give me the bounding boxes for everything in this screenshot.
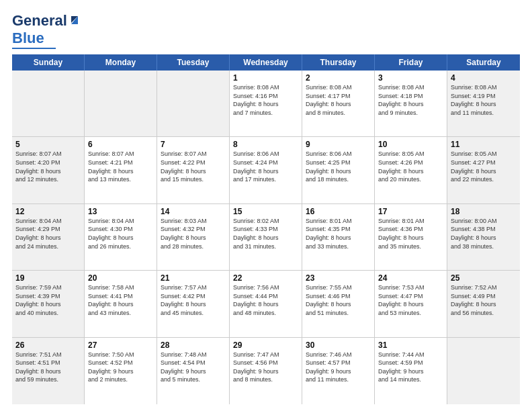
logo-blue: Blue [12, 30, 44, 47]
calendar-empty-cell [85, 71, 157, 136]
calendar-row-2: 5Sunrise: 8:07 AM Sunset: 4:20 PM Daylig… [12, 137, 520, 203]
day-number: 1 [233, 73, 298, 83]
day-info: Sunrise: 7:59 AM Sunset: 4:39 PM Dayligh… [15, 283, 81, 317]
day-number: 14 [161, 207, 226, 216]
day-info: Sunrise: 8:07 AM Sunset: 4:20 PM Dayligh… [15, 150, 81, 183]
day-number: 29 [233, 340, 298, 350]
day-info: Sunrise: 8:08 AM Sunset: 4:17 PM Dayligh… [306, 83, 371, 117]
weekday-header-wednesday: Wednesday [230, 54, 302, 71]
calendar-day-27: 27Sunrise: 7:50 AM Sunset: 4:52 PM Dayli… [85, 338, 157, 404]
day-number: 8 [233, 140, 298, 149]
day-number: 19 [15, 273, 81, 283]
calendar-day-25: 25Sunrise: 7:52 AM Sunset: 4:49 PM Dayli… [447, 271, 520, 336]
day-number: 31 [378, 340, 443, 350]
calendar-day-18: 18Sunrise: 8:00 AM Sunset: 4:38 PM Dayli… [447, 204, 520, 270]
day-number: 2 [306, 73, 371, 83]
calendar-day-16: 16Sunrise: 8:01 AM Sunset: 4:35 PM Dayli… [302, 204, 375, 270]
day-number: 13 [88, 207, 153, 216]
day-info: Sunrise: 8:05 AM Sunset: 4:26 PM Dayligh… [378, 150, 443, 183]
day-info: Sunrise: 8:04 AM Sunset: 4:29 PM Dayligh… [15, 217, 81, 250]
calendar-body: 1Sunrise: 8:08 AM Sunset: 4:16 PM Daylig… [12, 71, 520, 404]
calendar-day-11: 11Sunrise: 8:05 AM Sunset: 4:27 PM Dayli… [447, 137, 520, 203]
calendar-day-26: 26Sunrise: 7:51 AM Sunset: 4:51 PM Dayli… [12, 338, 85, 404]
day-info: Sunrise: 8:08 AM Sunset: 4:19 PM Dayligh… [451, 83, 517, 117]
weekday-header-sunday: Sunday [12, 54, 85, 71]
calendar-day-17: 17Sunrise: 8:01 AM Sunset: 4:36 PM Dayli… [375, 204, 447, 270]
day-info: Sunrise: 8:08 AM Sunset: 4:16 PM Dayligh… [233, 83, 298, 117]
day-number: 30 [306, 340, 371, 350]
day-info: Sunrise: 8:04 AM Sunset: 4:30 PM Dayligh… [88, 217, 153, 250]
calendar-day-7: 7Sunrise: 8:07 AM Sunset: 4:22 PM Daylig… [157, 137, 230, 203]
day-number: 4 [451, 73, 517, 83]
day-number: 15 [233, 207, 298, 216]
day-info: Sunrise: 8:01 AM Sunset: 4:36 PM Dayligh… [378, 217, 443, 250]
day-info: Sunrise: 7:51 AM Sunset: 4:51 PM Dayligh… [15, 351, 81, 384]
day-info: Sunrise: 8:03 AM Sunset: 4:32 PM Dayligh… [161, 217, 226, 250]
calendar-day-24: 24Sunrise: 7:53 AM Sunset: 4:47 PM Dayli… [375, 271, 447, 336]
calendar-day-8: 8Sunrise: 8:06 AM Sunset: 4:24 PM Daylig… [230, 137, 302, 203]
calendar-day-12: 12Sunrise: 8:04 AM Sunset: 4:29 PM Dayli… [12, 204, 85, 270]
calendar-row-4: 19Sunrise: 7:59 AM Sunset: 4:39 PM Dayli… [12, 271, 520, 337]
calendar-day-29: 29Sunrise: 7:47 AM Sunset: 4:56 PM Dayli… [230, 338, 302, 404]
weekday-header-friday: Friday [375, 54, 447, 71]
day-number: 22 [233, 273, 298, 283]
weekday-header-tuesday: Tuesday [157, 54, 230, 71]
calendar-day-22: 22Sunrise: 7:56 AM Sunset: 4:44 PM Dayli… [230, 271, 302, 336]
calendar-row-5: 26Sunrise: 7:51 AM Sunset: 4:51 PM Dayli… [12, 338, 520, 404]
weekday-header-monday: Monday [85, 54, 157, 71]
day-number: 11 [451, 140, 517, 149]
day-info: Sunrise: 8:07 AM Sunset: 4:22 PM Dayligh… [161, 150, 226, 183]
day-info: Sunrise: 8:01 AM Sunset: 4:35 PM Dayligh… [306, 217, 371, 250]
day-number: 20 [88, 273, 153, 283]
day-number: 12 [15, 207, 81, 216]
calendar-day-2: 2Sunrise: 8:08 AM Sunset: 4:17 PM Daylig… [302, 71, 375, 136]
calendar-day-4: 4Sunrise: 8:08 AM Sunset: 4:19 PM Daylig… [447, 71, 520, 136]
day-info: Sunrise: 8:06 AM Sunset: 4:25 PM Dayligh… [306, 150, 371, 183]
calendar-day-21: 21Sunrise: 7:57 AM Sunset: 4:42 PM Dayli… [157, 271, 230, 336]
day-info: Sunrise: 8:08 AM Sunset: 4:18 PM Dayligh… [378, 83, 443, 117]
day-info: Sunrise: 7:48 AM Sunset: 4:54 PM Dayligh… [161, 351, 226, 384]
day-info: Sunrise: 7:44 AM Sunset: 4:59 PM Dayligh… [378, 351, 443, 384]
calendar-header: SundayMondayTuesdayWednesdayThursdayFrid… [12, 54, 520, 71]
day-number: 24 [378, 273, 443, 283]
day-info: Sunrise: 8:06 AM Sunset: 4:24 PM Dayligh… [233, 150, 298, 183]
logo-general: General [12, 12, 67, 30]
calendar-day-9: 9Sunrise: 8:06 AM Sunset: 4:25 PM Daylig… [302, 137, 375, 203]
day-info: Sunrise: 7:58 AM Sunset: 4:41 PM Dayligh… [88, 283, 153, 317]
calendar-day-28: 28Sunrise: 7:48 AM Sunset: 4:54 PM Dayli… [157, 338, 230, 404]
day-info: Sunrise: 8:07 AM Sunset: 4:21 PM Dayligh… [88, 150, 153, 183]
day-info: Sunrise: 7:50 AM Sunset: 4:52 PM Dayligh… [88, 351, 153, 384]
day-info: Sunrise: 7:46 AM Sunset: 4:57 PM Dayligh… [306, 351, 371, 384]
day-number: 17 [378, 207, 443, 216]
day-number: 25 [451, 273, 517, 283]
calendar-day-6: 6Sunrise: 8:07 AM Sunset: 4:21 PM Daylig… [85, 137, 157, 203]
day-number: 16 [306, 207, 371, 216]
calendar-day-1: 1Sunrise: 8:08 AM Sunset: 4:16 PM Daylig… [230, 71, 302, 136]
calendar-day-14: 14Sunrise: 8:03 AM Sunset: 4:32 PM Dayli… [157, 204, 230, 270]
logo-underline [12, 48, 56, 49]
day-info: Sunrise: 8:05 AM Sunset: 4:27 PM Dayligh… [451, 150, 517, 183]
calendar-day-15: 15Sunrise: 8:02 AM Sunset: 4:33 PM Dayli… [230, 204, 302, 270]
calendar-day-13: 13Sunrise: 8:04 AM Sunset: 4:30 PM Dayli… [85, 204, 157, 270]
logo-triangle-icon [69, 13, 81, 26]
calendar-day-20: 20Sunrise: 7:58 AM Sunset: 4:41 PM Dayli… [85, 271, 157, 336]
logo: General Blue [12, 12, 81, 49]
calendar-row-3: 12Sunrise: 8:04 AM Sunset: 4:29 PM Dayli… [12, 204, 520, 271]
day-info: Sunrise: 7:57 AM Sunset: 4:42 PM Dayligh… [161, 283, 226, 317]
day-info: Sunrise: 7:55 AM Sunset: 4:46 PM Dayligh… [306, 283, 371, 317]
calendar-day-31: 31Sunrise: 7:44 AM Sunset: 4:59 PM Dayli… [375, 338, 447, 404]
day-number: 27 [88, 340, 153, 350]
day-info: Sunrise: 8:00 AM Sunset: 4:38 PM Dayligh… [451, 217, 517, 250]
day-number: 7 [161, 140, 226, 149]
calendar-day-10: 10Sunrise: 8:05 AM Sunset: 4:26 PM Dayli… [375, 137, 447, 203]
calendar-row-1: 1Sunrise: 8:08 AM Sunset: 4:16 PM Daylig… [12, 71, 520, 137]
day-number: 28 [161, 340, 226, 350]
day-info: Sunrise: 7:56 AM Sunset: 4:44 PM Dayligh… [233, 283, 298, 317]
day-number: 9 [306, 140, 371, 149]
day-number: 10 [378, 140, 443, 149]
page: General Blue SundayMondayTuesdayWednesda… [0, 0, 532, 411]
calendar-day-23: 23Sunrise: 7:55 AM Sunset: 4:46 PM Dayli… [302, 271, 375, 336]
day-number: 6 [88, 140, 153, 149]
day-info: Sunrise: 7:53 AM Sunset: 4:47 PM Dayligh… [378, 283, 443, 317]
day-info: Sunrise: 7:47 AM Sunset: 4:56 PM Dayligh… [233, 351, 298, 384]
